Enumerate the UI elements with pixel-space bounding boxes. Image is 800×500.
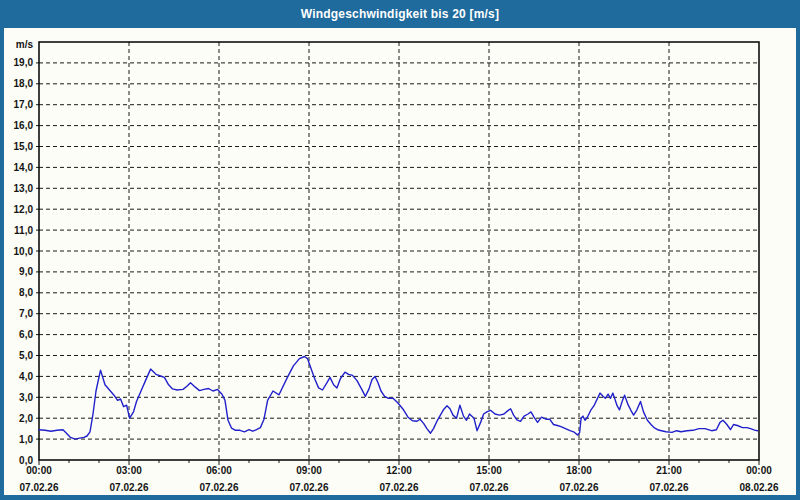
svg-text:0,0: 0,0 (19, 455, 33, 466)
x-tick-time: 06:00 (206, 465, 232, 476)
svg-text:18,0: 18,0 (14, 78, 34, 89)
svg-text:11,0: 11,0 (14, 225, 33, 236)
x-tick-time: 00:00 (26, 465, 52, 476)
x-tick-date: 07.02.26 (110, 482, 149, 493)
svg-text:12,0: 12,0 (14, 204, 34, 215)
svg-text:3,0: 3,0 (19, 392, 33, 403)
x-tick-date: 07.02.26 (650, 482, 689, 493)
x-tick-time: 15:00 (476, 465, 502, 476)
x-tick-date: 07.02.26 (380, 482, 419, 493)
x-tick-date: 08.02.26 (740, 482, 779, 493)
x-tick-time: 03:00 (116, 465, 142, 476)
x-tick-time: 00:00 (746, 465, 772, 476)
x-tick-date: 07.02.26 (470, 482, 509, 493)
chart-area: 0,01,02,03,04,05,06,07,08,09,010,011,012… (4, 28, 796, 495)
svg-text:17,0: 17,0 (14, 99, 34, 110)
window-title: Windgeschwindigkeit bis 20 [m/s] (301, 7, 499, 21)
x-tick-date: 07.02.26 (560, 482, 599, 493)
axis-ticks (36, 63, 759, 465)
x-tick-date: 07.02.26 (290, 482, 329, 493)
x-tick-time: 18:00 (566, 465, 592, 476)
svg-text:19,0: 19,0 (14, 57, 34, 68)
svg-text:7,0: 7,0 (19, 308, 33, 319)
y-axis-labels: 0,01,02,03,04,05,06,07,08,09,010,011,012… (14, 39, 34, 466)
y-axis-unit: m/s (16, 39, 34, 50)
svg-text:16,0: 16,0 (14, 120, 34, 131)
svg-text:2,0: 2,0 (19, 413, 33, 424)
x-tick-time: 21:00 (656, 465, 682, 476)
svg-text:15,0: 15,0 (14, 141, 34, 152)
x-tick-date: 07.02.26 (200, 482, 239, 493)
gridlines (39, 42, 759, 460)
svg-text:13,0: 13,0 (14, 183, 34, 194)
svg-text:10,0: 10,0 (14, 246, 34, 257)
svg-text:14,0: 14,0 (14, 162, 34, 173)
svg-text:9,0: 9,0 (19, 266, 33, 277)
svg-text:1,0: 1,0 (19, 434, 33, 445)
svg-text:4,0: 4,0 (19, 371, 33, 382)
svg-text:6,0: 6,0 (19, 329, 33, 340)
app-window: Windgeschwindigkeit bis 20 [m/s] 0,01,02… (0, 0, 800, 500)
x-tick-time: 12:00 (386, 465, 412, 476)
x-tick-date: 07.02.26 (20, 482, 59, 493)
x-axis-labels: 00:0007.02.2603:0007.02.2606:0007.02.260… (20, 465, 779, 493)
svg-text:5,0: 5,0 (19, 350, 33, 361)
x-tick-time: 09:00 (296, 465, 322, 476)
title-bar: Windgeschwindigkeit bis 20 [m/s] (0, 0, 800, 28)
wind-speed-chart: 0,01,02,03,04,05,06,07,08,09,010,011,012… (4, 28, 796, 495)
svg-text:8,0: 8,0 (19, 287, 33, 298)
